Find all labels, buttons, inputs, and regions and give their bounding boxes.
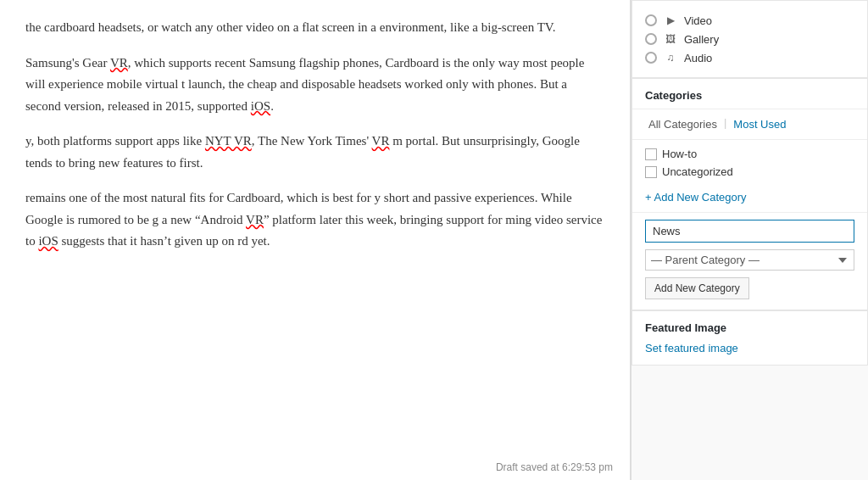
format-section: ▶ Video 🖼 Gallery ♫ Audio — [632, 0, 868, 78]
ios-2: iOS — [38, 234, 58, 248]
featured-image-title: Featured Image — [645, 321, 854, 334]
radio-video[interactable] — [645, 14, 657, 26]
categories-title: Categories — [632, 79, 867, 109]
set-featured-image-link[interactable]: Set featured image — [645, 342, 738, 354]
tab-all-categories[interactable]: All Categories — [645, 116, 721, 132]
new-category-form: — Parent Category — Add New Category — [632, 212, 867, 310]
cat-label-how-to: How-to — [662, 148, 697, 160]
tab-separator: | — [724, 116, 726, 132]
cat-label-uncategorized: Uncategorized — [662, 165, 733, 178]
tab-most-used[interactable]: Most Used — [730, 116, 789, 132]
paragraph-4: remains one of the most natural fits for… — [25, 187, 604, 253]
main-content: the cardboard headsets, or watch any oth… — [0, 0, 631, 480]
radio-gallery[interactable] — [645, 33, 657, 45]
format-video[interactable]: ▶ Video — [645, 11, 854, 30]
ios-1: iOS — [251, 99, 270, 113]
category-list: How-to Uncategorized — [632, 140, 867, 186]
vr-2: VR — [372, 134, 390, 148]
checkbox-how-to[interactable] — [645, 148, 657, 160]
format-audio-label: Audio — [684, 52, 712, 64]
categories-section: Categories All Categories | Most Used Ho… — [632, 78, 868, 310]
format-audio[interactable]: ♫ Audio — [645, 48, 854, 67]
category-tabs: All Categories | Most Used — [632, 109, 867, 140]
cat-item-how-to[interactable]: How-to — [645, 145, 854, 163]
paragraph-3: y, both platforms support apps like NYT … — [25, 131, 604, 174]
featured-image-section: Featured Image Set featured image — [632, 310, 868, 366]
format-gallery[interactable]: 🖼 Gallery — [645, 30, 854, 48]
article-body: the cardboard headsets, or watch any oth… — [25, 17, 604, 253]
vr-3: VR — [246, 213, 264, 226]
nyt-vr: NYT VR — [205, 134, 252, 148]
new-category-input[interactable] — [645, 220, 854, 243]
paragraph-2: Samsung's Gear VR, which supports recent… — [25, 53, 604, 118]
add-new-category-button[interactable]: Add New Category — [645, 277, 749, 299]
checkbox-uncategorized[interactable] — [645, 166, 657, 178]
vr-1: VR — [110, 56, 128, 70]
parent-category-select[interactable]: — Parent Category — — [645, 249, 854, 271]
format-video-label: Video — [684, 14, 712, 27]
cat-item-uncategorized[interactable]: Uncategorized — [645, 163, 854, 181]
draft-status: Draft saved at 6:29:53 pm — [496, 461, 613, 473]
radio-audio[interactable] — [645, 52, 657, 64]
add-new-category-link[interactable]: + Add New Category — [632, 186, 867, 212]
format-gallery-label: Gallery — [684, 33, 719, 46]
video-icon: ▶ — [664, 14, 677, 27]
audio-icon: ♫ — [664, 51, 677, 64]
sidebar: ▶ Video 🖼 Gallery ♫ Audio Categories All… — [631, 0, 868, 480]
paragraph-1: the cardboard headsets, or watch any oth… — [25, 17, 604, 39]
gallery-icon: 🖼 — [664, 32, 677, 46]
